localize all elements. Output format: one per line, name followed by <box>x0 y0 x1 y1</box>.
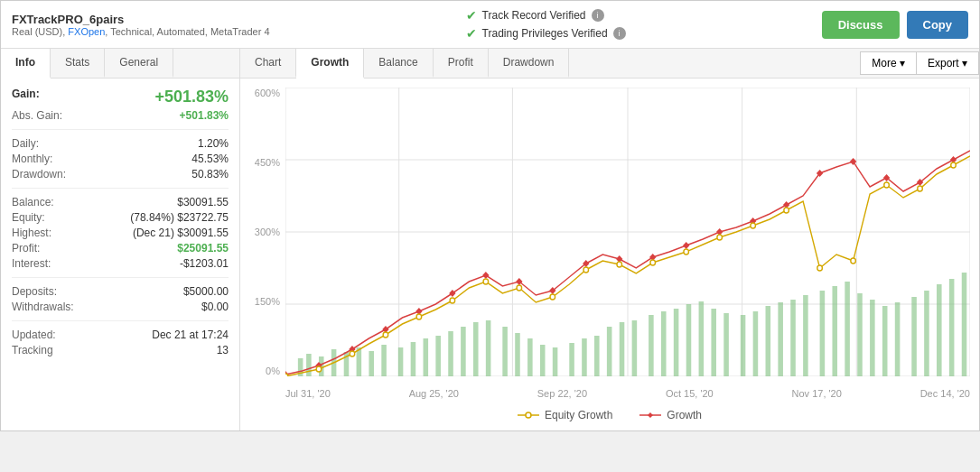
tracking-value: 13 <box>217 344 229 356</box>
chart-tab-growth[interactable]: Growth <box>296 49 364 79</box>
fxopen-link[interactable]: FXOpen <box>68 26 105 37</box>
legend-growth: Growth <box>639 409 702 421</box>
tab-stats[interactable]: Stats <box>51 49 105 78</box>
divider-2 <box>12 188 229 189</box>
tab-info[interactable]: Info <box>1 49 51 79</box>
svg-rect-53 <box>832 286 837 376</box>
header-actions: Discuss Copy <box>822 11 968 39</box>
monthly-label: Monthly: <box>12 153 52 165</box>
verification-status: ✔ Track Record Verified i ✔ Trading Priv… <box>466 8 626 41</box>
svg-rect-56 <box>870 300 875 376</box>
svg-marker-69 <box>449 290 455 297</box>
svg-point-89 <box>416 314 422 319</box>
svg-rect-58 <box>895 302 901 376</box>
gain-value: +501.83% <box>154 88 229 106</box>
svg-rect-17 <box>357 347 362 376</box>
daily-label: Daily: <box>12 137 39 150</box>
drawdown-row: Drawdown: 50.83% <box>12 168 229 180</box>
svg-rect-21 <box>411 342 416 376</box>
divider-3 <box>12 277 229 278</box>
highest-label: Highest: <box>12 227 51 239</box>
equity-label: Equity: <box>12 211 45 224</box>
svg-point-107 <box>526 412 531 418</box>
svg-rect-43 <box>699 301 705 376</box>
svg-point-98 <box>717 235 723 240</box>
svg-rect-39 <box>649 315 654 376</box>
svg-rect-45 <box>723 313 729 376</box>
chart-tab-balance[interactable]: Balance <box>364 49 433 78</box>
svg-rect-61 <box>937 284 942 376</box>
svg-rect-22 <box>424 338 429 376</box>
trading-privileges-verified: ✔ Trading Privileges Verified i <box>466 26 626 41</box>
highest-row: Highest: (Dec 21) $30091.55 <box>12 227 229 239</box>
svg-rect-28 <box>502 327 508 376</box>
daily-row: Daily: 1.20% <box>12 137 229 150</box>
tab-general[interactable]: General <box>105 49 173 78</box>
svg-rect-57 <box>882 306 888 376</box>
right-panel: Chart Growth Balance Profit Drawdown Mor… <box>240 49 979 430</box>
divider-4 <box>12 320 229 321</box>
account-title: FXTrackPRO_6pairs <box>12 13 270 26</box>
legend-equity-growth: Equity Growth <box>518 409 612 421</box>
y-label-150: 150% <box>255 296 280 307</box>
svg-point-86 <box>316 366 322 372</box>
gain-label: Gain: <box>12 88 40 106</box>
profit-label: Profit: <box>12 242 40 255</box>
monthly-value: 45.53% <box>191 153 229 165</box>
svg-rect-32 <box>553 347 558 376</box>
svg-point-92 <box>517 285 522 291</box>
svg-rect-19 <box>381 345 387 376</box>
svg-point-95 <box>617 262 622 267</box>
x-label-nov: Nov 17, '20 <box>792 388 842 399</box>
account-info: FXTrackPRO_6pairs Real (USD), FXOpen, Te… <box>12 13 270 37</box>
svg-rect-63 <box>962 273 967 376</box>
svg-rect-60 <box>924 291 929 376</box>
abs-gain-label: Abs. Gain: <box>12 109 62 122</box>
chart-tab-profit[interactable]: Profit <box>434 49 489 78</box>
profit-value: $25091.55 <box>177 242 229 255</box>
svg-rect-47 <box>753 311 759 376</box>
balance-value: $30091.55 <box>177 196 229 208</box>
equity-row: Equity: (78.84%) $23722.75 <box>12 211 229 224</box>
svg-point-91 <box>483 279 489 284</box>
svg-rect-59 <box>911 297 917 376</box>
svg-point-85 <box>285 374 288 376</box>
svg-rect-42 <box>686 304 692 376</box>
svg-rect-30 <box>527 338 533 376</box>
drawdown-value: 50.83% <box>191 168 229 180</box>
y-label-300: 300% <box>255 227 280 237</box>
gain-row: Gain: +501.83% <box>12 88 229 106</box>
abs-gain-row: Abs. Gain: +501.83% <box>12 109 229 122</box>
svg-rect-52 <box>820 291 826 376</box>
svg-rect-20 <box>398 347 404 376</box>
account-subtitle: Real (USD), FXOpen, Technical, Automated… <box>12 26 270 37</box>
x-label-oct: Oct 15, '20 <box>666 388 714 399</box>
tracking-row: Tracking 13 <box>12 344 229 356</box>
svg-point-104 <box>918 186 923 191</box>
more-button[interactable]: More ▾ <box>860 51 916 75</box>
chart-tab-chart[interactable]: Chart <box>240 49 296 78</box>
chart-svg <box>285 88 970 376</box>
withdrawals-value: $0.00 <box>201 301 229 313</box>
chart-controls: More ▾ Export ▾ <box>860 51 979 75</box>
info-icon-1[interactable]: i <box>592 9 604 22</box>
svg-point-101 <box>817 265 823 271</box>
copy-button[interactable]: Copy <box>907 11 969 39</box>
y-label-0: 0% <box>266 366 280 376</box>
svg-point-99 <box>751 223 756 228</box>
x-label-jul: Jul 31, '20 <box>285 388 331 399</box>
growth-legend-icon <box>639 411 661 420</box>
withdrawals-row: Withdrawals: $0.00 <box>12 301 229 313</box>
chart-tabs-row: Chart Growth Balance Profit Drawdown Mor… <box>240 49 979 79</box>
svg-point-100 <box>784 208 789 213</box>
svg-point-96 <box>650 260 656 265</box>
discuss-button[interactable]: Discuss <box>822 11 900 39</box>
svg-rect-23 <box>435 336 441 376</box>
info-icon-2[interactable]: i <box>613 27 626 40</box>
chart-tab-drawdown[interactable]: Drawdown <box>489 49 570 78</box>
svg-rect-55 <box>857 293 863 376</box>
export-button[interactable]: Export ▾ <box>916 51 979 75</box>
svg-rect-36 <box>607 327 612 376</box>
profit-row: Profit: $25091.55 <box>12 242 229 255</box>
y-axis: 600% 450% 300% 150% 0% <box>240 88 284 376</box>
